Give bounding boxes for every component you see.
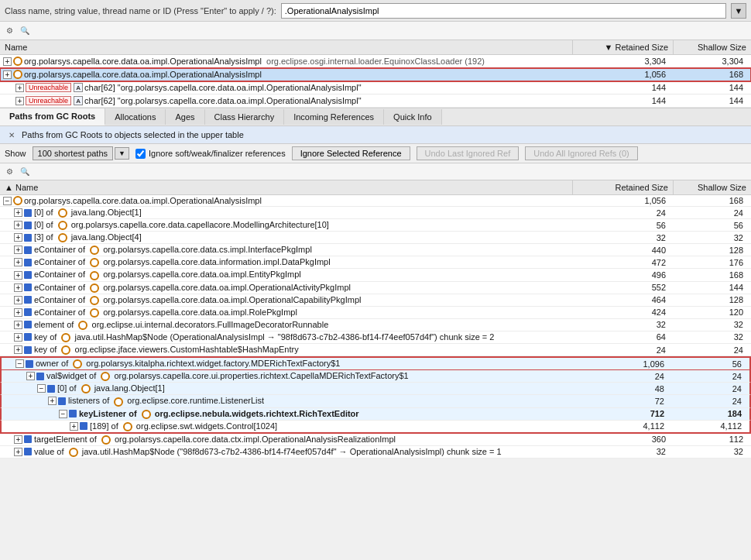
paths-row-highlighted[interactable]: + listeners of org.eclipse.core.runtime.… (0, 395, 751, 407)
paths-count-btn[interactable]: 100 shortest paths (33, 146, 114, 160)
filter-bar: Class name, string value, thread name or… (0, 0, 751, 22)
ref-icon (24, 321, 32, 328)
expand-icon[interactable]: + (14, 308, 22, 317)
expand-icon[interactable]: + (14, 208, 22, 217)
undo-all-btn[interactable]: Undo All Ignored Refs (0) (525, 146, 638, 160)
paths-col-name[interactable]: ▲ Name (0, 180, 573, 194)
row-text: org.polarsys.capella.core.data.oa.impl.O… (24, 57, 485, 66)
paths-row[interactable]: + eContainer of org.polarsys.capella.cor… (0, 294, 751, 307)
row-text: value of java.util.HashMap$Node ("98f8d6… (34, 447, 502, 457)
shallow-value: 144 (670, 96, 748, 105)
expand-icon[interactable]: − (3, 197, 12, 205)
ref-icon (24, 283, 32, 291)
paths-row[interactable]: + element of org.eclipse.ui.internal.dec… (0, 319, 751, 332)
paths-settings-icon[interactable]: ⚙ (3, 166, 15, 178)
search-icon[interactable]: 🔍 (19, 25, 31, 37)
tab-ages[interactable]: Ages (166, 109, 204, 125)
paths-count-dropdown[interactable]: 100 shortest paths ▼ (33, 146, 129, 160)
expand-icon[interactable]: + (15, 84, 24, 92)
shallow-value: 56 (669, 359, 746, 369)
paths-row[interactable]: + [3] of java.lang.Object[4] 32 32 (0, 232, 751, 244)
paths-row[interactable]: + eContainer of org.polarsys.capella.cor… (0, 269, 751, 281)
ignore-refs-checkbox-label[interactable]: Ignore soft/weak/finalizer references (135, 149, 286, 159)
expand-icon[interactable]: + (70, 422, 78, 431)
retained-value: 496 (570, 270, 670, 280)
expand-icon[interactable]: + (26, 372, 35, 380)
expand-icon[interactable]: + (14, 448, 22, 456)
paths-row[interactable]: + value of java.util.HashMap$Node ("98f8… (0, 446, 751, 459)
row-text: listeners of org.eclipse.core.runtime.Li… (68, 396, 264, 406)
ref-icon (69, 410, 77, 417)
paths-row[interactable]: + [189] of org.eclipse.swt.widgets.Contr… (0, 421, 751, 434)
shallow-value: 176 (670, 258, 748, 267)
expand-icon[interactable]: + (14, 296, 22, 304)
retained-value: 440 (570, 246, 670, 255)
paths-row[interactable]: + key of java.util.HashMap$Node (Operati… (0, 332, 751, 344)
table-row-selected[interactable]: + org.polarsys.capella.core.data.oa.impl… (0, 68, 751, 81)
table-row[interactable]: + org.polarsys.capella.core.data.oa.impl… (0, 55, 751, 68)
settings-icon[interactable]: ⚙ (3, 25, 15, 37)
expand-icon[interactable]: + (14, 246, 22, 254)
paths-row-highlighted[interactable]: − [0] of java.lang.Object[1] 48 24 (0, 383, 751, 395)
tab-quick-info[interactable]: Quick Info (384, 109, 442, 125)
expand-icon[interactable]: + (3, 70, 12, 79)
paths-count-arrow[interactable]: ▼ (115, 147, 129, 160)
shallow-value: 168 (670, 70, 748, 79)
undo-last-btn[interactable]: Undo Last Ignored Ref (417, 146, 520, 160)
paths-row[interactable]: + eContainer of org.polarsys.capella.cor… (0, 307, 751, 319)
table-row[interactable]: + Unreachable A char[62] "org.polarsys.c… (0, 94, 751, 108)
ignore-refs-checkbox[interactable] (135, 149, 146, 159)
close-button[interactable]: ✕ (6, 129, 17, 140)
expand-icon[interactable]: + (14, 233, 22, 242)
row-text: eContainer of org.polarsys.capella.core.… (34, 245, 312, 255)
tab-gc-roots[interactable]: Paths from GC Roots (0, 108, 105, 125)
shallow-value: 32 (670, 320, 748, 329)
upper-table-header: Name ▼ Retained Size Shallow Size (0, 40, 751, 55)
ignore-selected-btn[interactable]: Ignore Selected Reference (292, 146, 410, 160)
expand-icon[interactable]: + (14, 221, 22, 229)
expand-icon[interactable]: + (48, 397, 57, 405)
paths-search-icon[interactable]: 🔍 (19, 166, 31, 178)
ref-icon (24, 448, 32, 455)
paths-row[interactable]: + [0] of org.polarsys.capella.core.data.… (0, 219, 751, 232)
expand-icon[interactable]: − (15, 359, 24, 368)
table-row[interactable]: + Unreachable A char[62] "org.polarsys.c… (0, 81, 751, 94)
filter-dropdown[interactable]: ▼ (731, 3, 746, 19)
paths-col-retained[interactable]: Retained Size (573, 180, 674, 194)
paths-row[interactable]: + [0] of java.lang.Object[1] 24 24 (0, 207, 751, 219)
filter-input[interactable] (281, 3, 726, 19)
gc-paths-header: ✕ Paths from GC Roots to objects selecte… (0, 126, 751, 144)
row-text: val$widget of org.polarsys.capella.core.… (46, 371, 409, 381)
paths-row[interactable]: + targetElement of org.polarsys.capella.… (0, 434, 751, 446)
retained-value: 552 (570, 283, 670, 292)
paths-row-highlighted[interactable]: − keyListener of org.eclipse.nebula.widg… (0, 408, 751, 421)
upper-col-retained[interactable]: ▼ Retained Size (573, 40, 674, 54)
expand-icon[interactable]: + (14, 271, 22, 280)
paths-row[interactable]: − org.polarsys.capella.core.data.oa.impl… (0, 195, 751, 207)
expand-icon[interactable]: + (3, 57, 12, 66)
row-text: element of org.eclipse.ui.internal.decor… (34, 320, 328, 330)
expand-icon[interactable]: + (14, 283, 22, 292)
tab-class-hierarchy[interactable]: Class Hierarchy (205, 109, 285, 125)
paths-row[interactable]: + eContainer of org.polarsys.capella.cor… (0, 282, 751, 294)
paths-col-shallow[interactable]: Shallow Size (674, 180, 751, 194)
expand-icon[interactable]: + (14, 321, 22, 329)
tab-allocations[interactable]: Allocations (105, 109, 166, 125)
paths-row[interactable]: + key of org.eclipse.jface.viewers.Custo… (0, 344, 751, 356)
upper-col-name[interactable]: Name (0, 40, 573, 54)
expand-icon[interactable]: − (37, 384, 46, 393)
expand-icon[interactable]: + (14, 345, 22, 354)
expand-icon[interactable]: + (14, 435, 22, 444)
expand-icon[interactable]: − (59, 410, 67, 418)
tab-incoming-refs[interactable]: Incoming References (284, 109, 384, 125)
shallow-value: 144 (670, 83, 748, 92)
paths-row[interactable]: + eContainer of org.polarsys.capella.cor… (0, 244, 751, 256)
paths-row[interactable]: + eContainer of org.polarsys.capella.cor… (0, 256, 751, 269)
upper-col-shallow[interactable]: Shallow Size (674, 40, 751, 54)
paths-row-highlighted[interactable]: + val$widget of org.polarsys.capella.cor… (0, 370, 751, 383)
retained-value: 4,112 (568, 421, 669, 431)
expand-icon[interactable]: + (14, 258, 22, 266)
expand-icon[interactable]: + (14, 333, 22, 342)
expand-icon[interactable]: + (15, 97, 24, 105)
paths-row-highlighted[interactable]: − owner of org.polarsys.kitalpha.richtex… (0, 356, 751, 370)
